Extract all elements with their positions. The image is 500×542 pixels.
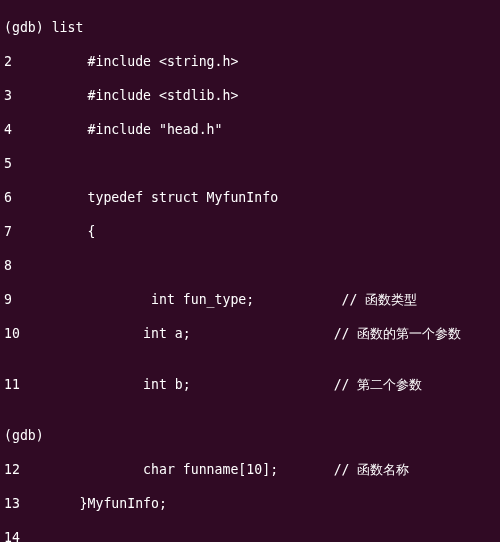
src-line: 12 char funname[10]; // 函数名称: [4, 461, 496, 478]
src-line: 11 int b; // 第二个参数: [4, 376, 496, 393]
src-line: 6 typedef struct MyfunInfo: [4, 189, 496, 206]
src-line: 10 int a; // 函数的第一个参数: [4, 325, 496, 342]
src-line: 14: [4, 529, 496, 542]
gdb-prompt-list: (gdb) list: [4, 19, 496, 36]
src-line: 3 #include <stdlib.h>: [4, 87, 496, 104]
src-line: 5: [4, 155, 496, 172]
src-line: 13 }MyfunInfo;: [4, 495, 496, 512]
src-line: 8: [4, 257, 496, 274]
src-line: 7 {: [4, 223, 496, 240]
src-line: 9 int fun_type; // 函数类型: [4, 291, 496, 308]
gdb-prompt: (gdb): [4, 427, 496, 444]
terminal-output[interactable]: (gdb) list 2 #include <string.h> 3 #incl…: [0, 0, 500, 542]
src-line: 2 #include <string.h>: [4, 53, 496, 70]
src-line: 4 #include "head.h": [4, 121, 496, 138]
